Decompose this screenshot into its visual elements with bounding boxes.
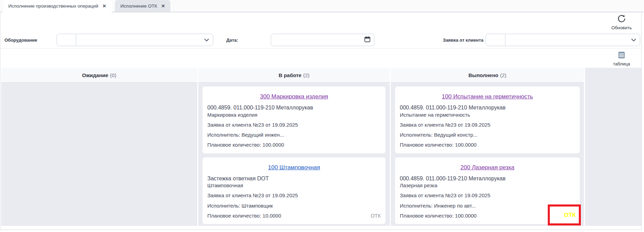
table-icon — [617, 51, 626, 60]
card-client-request: Заявка от клиента №23 от 19.09.2025 — [207, 192, 381, 199]
close-icon[interactable]: ✕ — [102, 4, 106, 8]
refresh-label: Обновить — [612, 25, 632, 30]
kanban-card[interactable]: 200 Лазерная резка 000.4859. 011.000-119… — [395, 157, 580, 225]
main-panel: Обновить Оборудование Дата: — [0, 12, 642, 230]
filter-row: Оборудование Дата: — [0, 32, 641, 49]
column-title: Ожидание — [82, 72, 108, 78]
refresh-button[interactable]: Обновить — [607, 14, 636, 30]
board-filler-area — [585, 68, 641, 226]
card-executor: Исполнитель: Штамповщик — [207, 202, 381, 209]
kanban-board: Ожидание (0) В работе (2) 300 Маркировка… — [0, 68, 641, 226]
card-client-request: Заявка от клиента №23 от 19.09.2025 — [400, 122, 575, 128]
app-window: Исполнение производственных операций ✕ И… — [0, 0, 644, 232]
refresh-icon — [617, 14, 626, 24]
tab-otk[interactable]: Исполнение ОТК ✕ — [115, 0, 171, 12]
card-client-request: Заявка от клиента №23 от 19.09.2025 — [207, 122, 381, 128]
client-request-label: Заявка от клиента — [443, 38, 484, 43]
kanban-card[interactable]: 100 Штамповочная Застежка ответная DOT Ш… — [202, 157, 386, 225]
card-product: 000.4859. 011.000-119-210 Металлорукав — [207, 104, 381, 112]
equipment-label: Оборудование — [4, 38, 37, 43]
column-done: Выполнено (2) 100 Испытание на герметичн… — [391, 68, 584, 226]
card-executor: Исполнитель: Ведущий инжен... — [207, 131, 381, 138]
column-count: (0) — [110, 72, 116, 78]
otk-label[interactable]: ОТК — [370, 212, 381, 219]
operation-link[interactable]: 200 Лазерная резка — [400, 164, 575, 171]
column-body — [1, 83, 197, 89]
column-header: Ожидание (0) — [1, 68, 197, 83]
card-product: 000.4859. 011.000-119-210 Металлорукав — [400, 104, 575, 112]
card-planned-quantity: Плановое количество: 100.0000 — [400, 141, 575, 148]
operation-link[interactable]: 100 Штамповочная — [207, 164, 381, 171]
otk-button-highlighted[interactable]: ОТК — [548, 204, 581, 225]
view-toolbar: таблица — [0, 49, 641, 68]
table-view-button[interactable]: таблица — [607, 51, 636, 66]
column-header: В работе (2) — [198, 68, 390, 83]
card-operation: Маркировка изделия — [207, 112, 381, 118]
date-label: Дата: — [226, 38, 238, 43]
card-operation: Лазерная резка — [400, 182, 575, 189]
card-product: Застежка ответная DOT — [207, 175, 381, 182]
card-client-request: Заявка от клиента №23 от 19.09.2025 — [400, 192, 575, 199]
card-planned-quantity: Плановое количество: 10.0000 — [207, 212, 281, 219]
tab-bar: Исполнение производственных операций ✕ И… — [0, 0, 644, 12]
kanban-card[interactable]: 300 Маркировка изделия 000.4859. 011.000… — [202, 86, 386, 154]
card-executor: Исполнитель: Ведущий констр... — [400, 131, 575, 138]
top-toolbar: Обновить — [0, 12, 641, 32]
tab-label: Исполнение производственных операций — [8, 3, 98, 9]
client-request-select[interactable] — [486, 34, 640, 46]
table-label: таблица — [613, 61, 630, 66]
client-request-code-input[interactable] — [486, 34, 505, 46]
card-product: 000.4859. 011.000-119-210 Металлорукав — [400, 175, 575, 182]
column-count: (2) — [500, 72, 506, 78]
chevron-down-icon — [631, 37, 636, 43]
tab-production-operations[interactable]: Исполнение производственных операций ✕ — [3, 0, 112, 12]
otk-label: ОТК — [564, 212, 576, 219]
column-in-work: В работе (2) 300 Маркировка изделия 000.… — [198, 68, 390, 226]
card-operation: Штамповочная — [207, 182, 381, 189]
column-title: В работе — [279, 72, 301, 78]
column-waiting: Ожидание (0) — [1, 68, 197, 226]
card-operation: Испытание на герметичность — [400, 112, 575, 118]
tab-label: Исполнение ОТК — [120, 3, 157, 9]
operation-link[interactable]: 300 Маркировка изделия — [207, 93, 381, 100]
card-planned-quantity: Плановое количество: 100.0000 — [207, 141, 381, 148]
equipment-code-input[interactable] — [57, 34, 76, 46]
column-body: 100 Испытание на герметичность 000.4859.… — [391, 83, 584, 228]
column-count: (2) — [303, 72, 309, 78]
calendar-icon — [364, 36, 370, 44]
kanban-card[interactable]: 100 Испытание на герметичность 000.4859.… — [395, 86, 580, 154]
chevron-down-icon — [204, 37, 209, 43]
date-input[interactable] — [271, 34, 374, 46]
column-body: 300 Маркировка изделия 000.4859. 011.000… — [198, 83, 390, 228]
column-title: Выполнено — [468, 72, 498, 78]
equipment-select[interactable] — [57, 34, 213, 46]
operation-link[interactable]: 100 Испытание на герметичность — [400, 93, 575, 100]
column-header: Выполнено (2) — [391, 68, 584, 83]
close-icon[interactable]: ✕ — [161, 4, 165, 8]
